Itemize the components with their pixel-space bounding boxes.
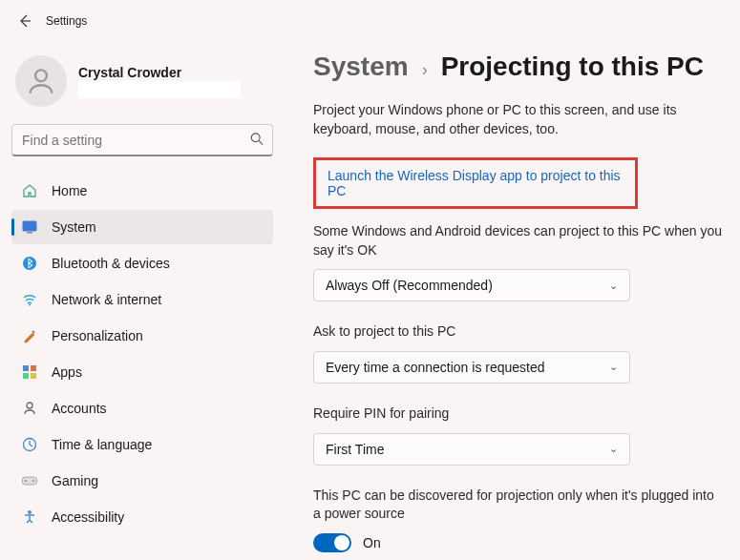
wifi-icon [21,291,38,308]
sidebar-item-time[interactable]: Time & language [11,427,273,462]
svg-point-11 [27,403,32,408]
sidebar-item-label: Apps [52,364,82,380]
sidebar-item-label: Gaming [52,473,98,488]
sidebar-item-gaming[interactable]: Gaming [11,464,273,498]
accounts-icon [21,400,38,417]
page-title: Projecting to this PC [441,52,704,82]
person-icon [25,65,57,97]
window-title: Settings [46,14,87,28]
permission-label: Some Windows and Android devices can pro… [313,222,723,259]
user-name: Crystal Crowder [78,65,241,80]
ask-label: Ask to project to this PC [313,322,723,342]
back-arrow-icon [17,13,32,29]
svg-point-0 [35,70,47,81]
sidebar-item-accessibility[interactable]: Accessibility [11,500,273,534]
svg-line-2 [259,141,263,145]
home-icon [21,182,38,199]
sidebar-item-accounts[interactable]: Accounts [11,391,273,425]
breadcrumb-parent[interactable]: System [313,52,409,82]
toggle-state: On [363,535,381,550]
back-button[interactable] [8,4,42,38]
svg-point-16 [28,510,32,514]
pin-label: Require PIN for pairing [313,404,723,424]
launch-wireless-display-link[interactable]: Launch the Wireless Display app to proje… [328,168,621,198]
sidebar-item-label: Accessibility [52,509,124,525]
sidebar: Crystal Crowder Home System Bluetooth [0,42,285,560]
sidebar-item-label: Accounts [52,401,107,416]
dropdown-value: First Time [326,442,384,457]
svg-rect-8 [31,365,36,371]
dropdown-value: Always Off (Recommended) [326,278,493,293]
svg-rect-3 [23,221,36,231]
main-content: System › Projecting to this PC Project y… [285,42,740,560]
breadcrumb: System › Projecting to this PC [313,52,723,82]
svg-point-6 [29,304,31,306]
sidebar-item-label: Network & internet [52,292,161,307]
gaming-icon [21,472,38,489]
sidebar-item-label: Bluetooth & devices [52,256,170,271]
chevron-down-icon: ⌄ [609,443,618,455]
page-description: Project your Windows phone or PC to this… [313,101,723,138]
dropdown-value: Every time a connection is requested [326,360,545,375]
user-block[interactable]: Crystal Crowder [11,50,273,120]
search-container [11,124,273,156]
nav-list: Home System Bluetooth & devices Network … [11,174,273,534]
clock-icon [21,436,38,453]
plugged-label: This PC can be discovered for projection… [313,487,723,524]
plugged-toggle[interactable] [313,533,351,552]
svg-point-15 [32,480,34,482]
chevron-right-icon: › [422,60,428,80]
sidebar-item-label: Time & language [52,437,152,452]
bluetooth-icon [21,255,38,272]
apps-icon [21,363,38,381]
sidebar-item-home[interactable]: Home [11,174,273,208]
svg-rect-7 [23,365,29,371]
launch-link-highlight: Launch the Wireless Display app to proje… [313,157,638,209]
pin-dropdown[interactable]: First Time ⌄ [313,433,630,466]
chevron-down-icon: ⌄ [609,280,618,292]
svg-rect-13 [22,477,37,485]
svg-rect-10 [31,373,36,379]
accessibility-icon [21,508,38,526]
personalization-icon [21,327,38,344]
ask-dropdown[interactable]: Every time a connection is requested ⌄ [313,351,630,384]
system-icon [21,218,38,236]
avatar [15,55,67,107]
sidebar-item-label: System [52,219,96,235]
sidebar-item-bluetooth[interactable]: Bluetooth & devices [11,246,273,280]
search-icon [250,133,264,149]
svg-point-14 [25,480,27,482]
permission-dropdown[interactable]: Always Off (Recommended) ⌄ [313,269,630,301]
svg-rect-4 [27,232,32,234]
svg-rect-9 [23,373,29,379]
sidebar-item-network[interactable]: Network & internet [11,282,273,317]
sidebar-item-label: Home [52,183,87,198]
sidebar-item-apps[interactable]: Apps [11,355,273,389]
sidebar-item-label: Personalization [52,328,143,343]
user-email-placeholder [78,81,241,98]
chevron-down-icon: ⌄ [609,361,618,373]
sidebar-item-system[interactable]: System [11,210,273,244]
svg-point-1 [251,134,260,142]
sidebar-item-personalization[interactable]: Personalization [11,319,273,353]
search-input[interactable] [11,124,273,156]
